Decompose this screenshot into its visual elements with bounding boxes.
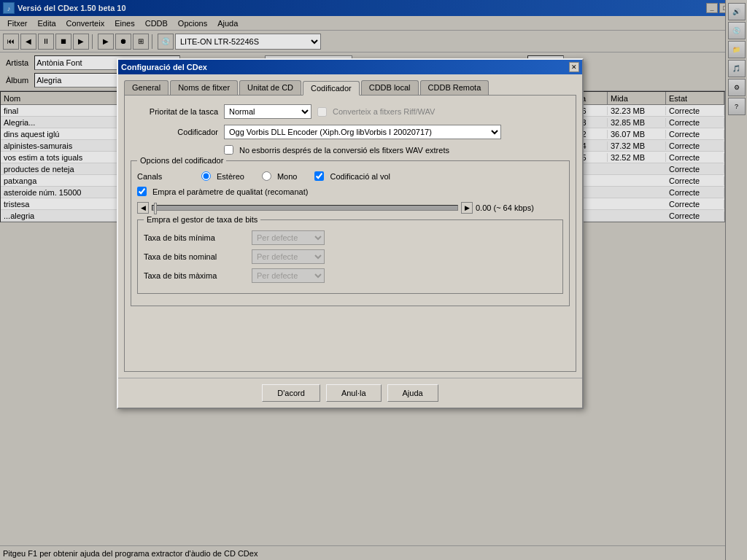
canals-label: Canals [137, 172, 196, 181]
converteix-label: Converteix a fitxers Riff/WAV [333, 107, 435, 116]
no-esborris-checkbox[interactable] [224, 145, 233, 155]
codificador-label: Codificador [131, 128, 218, 136]
ajuda-button[interactable]: Ajuda [387, 384, 438, 402]
slider-track[interactable] [152, 205, 458, 211]
converteix-checkbox[interactable] [317, 107, 327, 117]
codificador-row: Codificador Ogg Vorbis DLL Encoder (Xiph… [131, 125, 570, 139]
canals-row: Canals Estèreo Mono Codificació al vol [137, 171, 563, 181]
slider-right-btn[interactable]: ▶ [461, 202, 473, 214]
dialog-titlebar: Configuració del CDex ✕ [118, 60, 582, 74]
opcions-group: Opcions del codificador Canals Estèreo M… [131, 160, 570, 306]
codificador-select[interactable]: Ogg Vorbis DLL Encoder (Xiph.Org libVorb… [224, 125, 501, 139]
estereo-radio[interactable] [201, 171, 211, 181]
taxa-nominal-select: Per defecte [252, 249, 325, 264]
tab-noms-fitxer[interactable]: Noms de fitxer [170, 80, 238, 95]
prioritat-row: Prioritat de la tasca Normal Converteix … [131, 104, 570, 119]
tab-unitat-cd[interactable]: Unitat de CD [239, 80, 301, 95]
tab-cddb-local[interactable]: CDDB local [361, 80, 419, 95]
taxa-maxima-label: Taxa de bits màxima [144, 271, 246, 280]
taxa-minima-label: Taxa de bits mínima [144, 233, 246, 242]
codificacio-vol-label: Codificació al vol [330, 172, 390, 181]
dialog-content: General Noms de fitxer Unitat de CD Codi… [118, 74, 582, 378]
taxa-nominal-row: Taxa de bits nominal Per defecte [144, 249, 557, 264]
tab-bar: General Noms de fitxer Unitat de CD Codi… [124, 80, 576, 95]
taxa-minima-row: Taxa de bits mínima Per defecte [144, 230, 557, 245]
tab-content-codificador: Prioritat de la tasca Normal Converteix … [124, 95, 576, 372]
tab-codificador[interactable]: Codificador [303, 81, 360, 96]
taxa-maxima-select: Per defecte [252, 268, 325, 283]
dialog-buttons: D'acord Anul·la Ajuda [118, 378, 582, 408]
dialog-overlay: Configuració del CDex ✕ General Noms de … [0, 0, 747, 560]
opcions-group-label: Opcions del codificador [137, 156, 226, 165]
slider-left-btn[interactable]: ◀ [137, 202, 149, 214]
slider-row: ◀ ▶ 0.00 (~ 64 kbps) [137, 202, 563, 214]
empra-qualitat-checkbox[interactable] [137, 187, 147, 196]
anulla-button[interactable]: Anul·la [326, 384, 382, 402]
slider-value: 0.00 (~ 64 kbps) [476, 203, 563, 212]
empra-qualitat-label: Empra el paràmetre de qualitat (recomana… [152, 187, 308, 196]
no-esborris-row: No esborris després de la conversió els … [224, 145, 570, 155]
empra-qualitat-row: Empra el paràmetre de qualitat (recomana… [137, 187, 563, 196]
taxa-maxima-row: Taxa de bits màxima Per defecte [144, 268, 557, 283]
taxa-nominal-label: Taxa de bits nominal [144, 252, 246, 261]
prioritat-select[interactable]: Normal [224, 104, 311, 119]
prioritat-label: Prioritat de la tasca [131, 107, 218, 116]
config-dialog: Configuració del CDex ✕ General Noms de … [117, 58, 584, 409]
tab-cddb-remota[interactable]: CDDB Remota [420, 80, 489, 95]
tab-general[interactable]: General [124, 80, 169, 95]
mono-label: Mono [277, 172, 298, 181]
codificacio-vol-checkbox[interactable] [314, 171, 324, 181]
dialog-close-button[interactable]: ✕ [569, 62, 579, 72]
bitrate-group-label: Empra el gestor de taxa de bits [144, 215, 260, 224]
dialog-title: Configuració del CDex [121, 63, 207, 71]
mono-radio[interactable] [262, 171, 271, 181]
dacord-button[interactable]: D'acord [262, 384, 320, 402]
bitrate-group: Empra el gestor de taxa de bits Taxa de … [137, 219, 563, 294]
taxa-minima-select: Per defecte [252, 230, 325, 245]
no-esborris-label: No esborris després de la conversió els … [239, 146, 449, 155]
estereo-label: Estèreo [217, 172, 244, 181]
